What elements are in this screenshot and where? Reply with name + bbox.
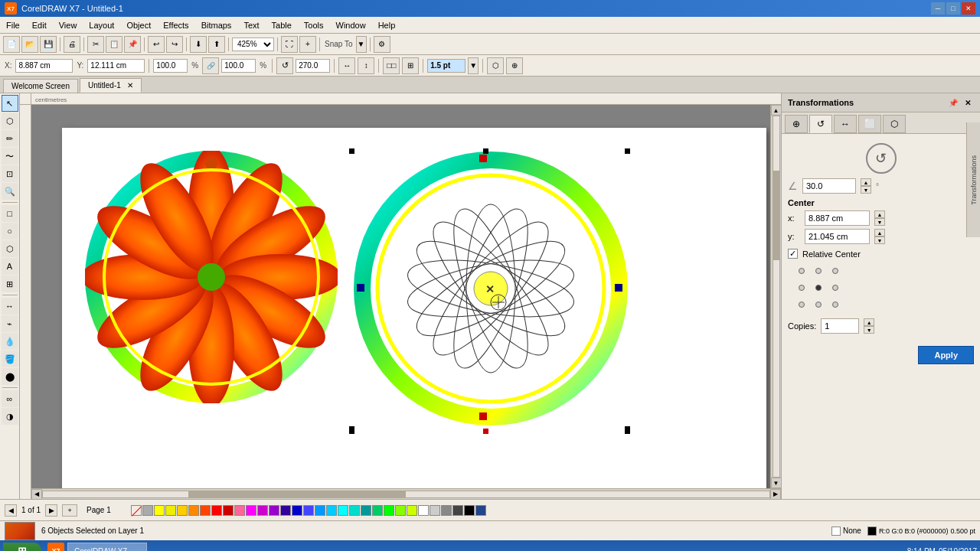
connector-tool[interactable]: ⌁ [2, 315, 18, 332]
center-pos-br[interactable] [828, 297, 843, 312]
blend-tool[interactable]: ∞ [2, 390, 18, 407]
start-button[interactable]: ⊞ [3, 543, 41, 551]
pal-cyan-light[interactable] [326, 505, 337, 516]
pal-dark-purple[interactable] [280, 505, 291, 516]
pal-black[interactable] [464, 505, 475, 516]
close-button[interactable]: ✕ [962, 2, 975, 15]
more-options-button[interactable]: ⊕ [506, 57, 523, 74]
pal-orange[interactable] [188, 505, 199, 516]
ungroup-button[interactable]: ⊞ [402, 57, 419, 74]
menu-bitmaps[interactable]: Bitmaps [195, 17, 238, 33]
scroll-up-button[interactable]: ▲ [771, 105, 782, 116]
h-scrollbar[interactable]: ◀ ▶ [31, 488, 781, 499]
stroke-dropdown-button[interactable]: ▼ [468, 57, 479, 74]
canvas-content[interactable]: ✕ [31, 105, 781, 499]
canvas-area[interactable]: centimetres [20, 93, 781, 499]
menu-object[interactable]: Object [120, 17, 157, 33]
angle-input[interactable] [296, 59, 330, 73]
x-coord-input[interactable] [15, 59, 73, 73]
paste-button[interactable]: 📌 [124, 36, 141, 53]
pal-teal-light[interactable] [349, 505, 360, 516]
copies-input[interactable] [821, 318, 859, 334]
zoom-tool[interactable]: 🔍 [2, 183, 18, 200]
pal-blue2[interactable] [303, 505, 314, 516]
rectangle-tool[interactable]: □ [2, 205, 18, 222]
pal-yellow1[interactable] [154, 505, 165, 516]
open-button[interactable]: 📂 [21, 36, 38, 53]
mirror-v-button[interactable]: ↕ [358, 57, 374, 74]
export-button[interactable]: ⬆ [208, 36, 225, 53]
lock-ratio-button[interactable]: 🔗 [202, 57, 219, 74]
scroll-track-v[interactable] [773, 116, 780, 478]
tab-welcome[interactable]: Welcome Screen [3, 79, 78, 93]
center-pos-ml[interactable] [794, 280, 809, 295]
pal-dark-red[interactable] [223, 505, 234, 516]
minimize-button[interactable]: ─ [931, 2, 945, 15]
menu-layout[interactable]: Layout [83, 17, 120, 33]
copies-decrement-button[interactable]: ▼ [864, 326, 874, 334]
next-page-button[interactable]: ▶ [45, 504, 57, 517]
y-decrement-button[interactable]: ▼ [874, 236, 885, 244]
pal-yellow2[interactable] [165, 505, 176, 516]
pal-pink[interactable] [234, 505, 245, 516]
table-tool[interactable]: ⊞ [2, 276, 18, 292]
rotate-ccw-button[interactable]: ↺ [276, 57, 293, 74]
trans-tab-position[interactable]: ⊕ [785, 115, 808, 133]
stroke-width-input[interactable] [427, 59, 466, 73]
transparency-tool[interactable]: ◑ [2, 408, 18, 425]
pal-gray[interactable] [142, 505, 153, 516]
undo-button[interactable]: ↩ [148, 36, 165, 53]
angle-value-input[interactable] [802, 178, 856, 194]
node-edit-button[interactable]: ⬡ [487, 57, 504, 74]
import-button[interactable]: ⬇ [190, 36, 207, 53]
pal-teal[interactable] [361, 505, 371, 516]
taskbar-icon-coreldraw[interactable]: X7 [47, 543, 64, 551]
scroll-down-button[interactable]: ▼ [771, 478, 782, 488]
pal-blue[interactable] [292, 505, 302, 516]
center-x-input[interactable] [805, 210, 870, 226]
add-page-button[interactable]: + [62, 504, 77, 517]
pal-green[interactable] [384, 505, 394, 516]
new-button[interactable]: 📄 [3, 36, 20, 53]
pal-mid-gray[interactable] [441, 505, 452, 516]
shape-tool[interactable]: ⬡ [2, 112, 18, 129]
y-increment-button[interactable]: ▲ [874, 229, 885, 236]
mirror-h-button[interactable]: ↔ [338, 57, 355, 74]
y-coord-input[interactable] [87, 59, 145, 73]
pal-red-orange[interactable] [200, 505, 211, 516]
zoom-in-button[interactable]: + [299, 36, 316, 53]
scroll-track-h[interactable] [42, 491, 770, 498]
center-pos-mm[interactable] [811, 280, 826, 295]
menu-edit[interactable]: Edit [26, 17, 53, 33]
angle-decrement-button[interactable]: ▼ [861, 186, 871, 194]
center-pos-tm[interactable] [811, 263, 826, 279]
interactive-fill-tool[interactable]: ⬤ [2, 368, 18, 385]
scroll-thumb-v[interactable] [773, 171, 779, 261]
menu-text[interactable]: Text [237, 17, 265, 33]
smart-draw-tool[interactable]: 〜 [2, 148, 18, 165]
polygon-tool[interactable]: ⬡ [2, 240, 18, 257]
trans-tab-size[interactable]: ⬜ [858, 115, 881, 133]
menu-effects[interactable]: Effects [157, 17, 194, 33]
trans-tab-rotate[interactable]: ↺ [809, 115, 832, 133]
menu-help[interactable]: Help [372, 17, 402, 33]
center-pos-tr[interactable] [828, 263, 843, 279]
trans-tab-skew[interactable]: ⬡ [883, 115, 906, 133]
group-button[interactable]: □□ [383, 57, 400, 74]
freehand-tool[interactable]: ✏ [2, 130, 18, 147]
scroll-right-button[interactable]: ▶ [770, 489, 781, 500]
center-pos-tl[interactable] [794, 263, 809, 279]
x-decrement-button[interactable]: ▼ [874, 218, 885, 226]
tab-untitled[interactable]: Untitled-1 ✕ [80, 78, 142, 93]
center-y-input[interactable] [805, 229, 870, 244]
relative-center-checkbox[interactable]: ✓ [788, 249, 798, 259]
fill-tool[interactable]: 🪣 [2, 350, 18, 367]
angle-increment-button[interactable]: ▲ [861, 178, 871, 186]
copies-increment-button[interactable]: ▲ [864, 318, 874, 326]
maximize-button[interactable]: □ [946, 2, 960, 15]
x-increment-button[interactable]: ▲ [874, 210, 885, 218]
scroll-thumb-h[interactable] [188, 491, 407, 497]
pal-purple-pink[interactable] [257, 505, 268, 516]
menu-window[interactable]: Window [330, 17, 372, 33]
scroll-left-button[interactable]: ◀ [31, 489, 42, 500]
